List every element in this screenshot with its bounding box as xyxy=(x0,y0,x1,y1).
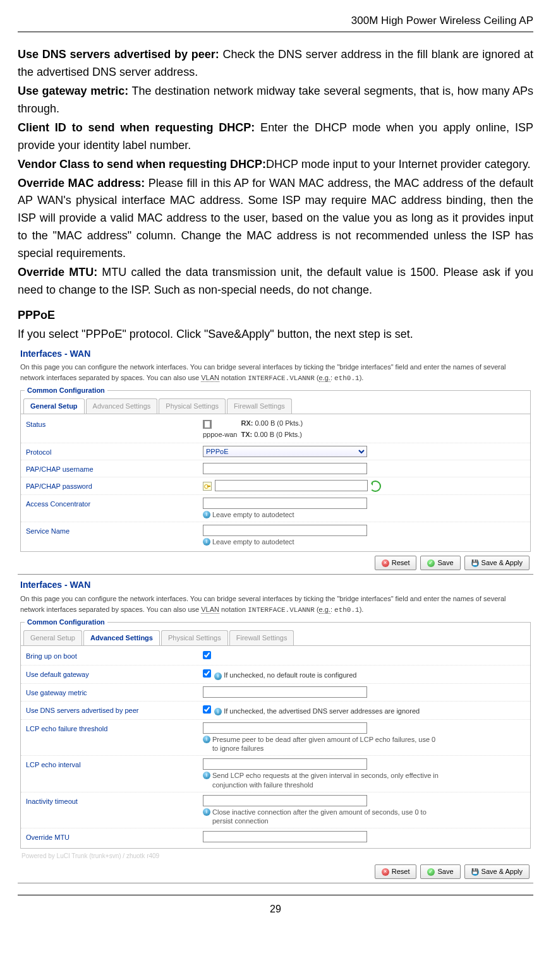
refresh-icon[interactable] xyxy=(370,481,381,492)
reset-icon: × xyxy=(382,559,389,567)
omtu-input[interactable] xyxy=(203,831,367,842)
info-icon: i xyxy=(203,736,210,743)
info-icon: i xyxy=(203,538,210,546)
row-default-gateway: Use default gateway i If unchecked, no d… xyxy=(21,666,530,684)
info-icon: i xyxy=(203,808,210,816)
fields-advanced: Bring up on boot Use default gateway i I… xyxy=(21,645,530,847)
tab-physical-settings[interactable]: Physical Settings xyxy=(161,630,228,645)
status-label: Status xyxy=(21,417,203,430)
button-bar: ×Reset ✓Save 💾Save & Apply xyxy=(19,861,532,880)
save-button[interactable]: ✓Save xyxy=(420,864,460,879)
row-password: PAP/CHAP password xyxy=(21,477,530,495)
page-header: 300M High Power Wireless Ceiling AP xyxy=(18,13,533,32)
info-icon: i xyxy=(203,511,210,518)
para-omac: Override MAC address: Please fill in thi… xyxy=(18,175,533,263)
status-traffic: RX: 0.00 B (0 Pkts.) TX: 0.00 B (0 Pkts.… xyxy=(241,418,303,439)
row-lcp-failure: LCP echo failure threshold iPresume peer… xyxy=(21,720,530,756)
username-label: PAP/CHAP username xyxy=(21,462,203,475)
panel-title: Interfaces - WAN xyxy=(20,347,532,361)
status-interface: pppoe-wan xyxy=(203,431,237,438)
para-vc-text: DHCP mode input to your Internet provide… xyxy=(266,158,531,170)
config-panel-general: Interfaces - WAN On this page you can co… xyxy=(18,345,533,575)
row-username: PAP/CHAP username xyxy=(21,460,530,477)
fields-general: Status pppoe-wan RX: 0.00 B (0 Pkts.) TX… xyxy=(21,414,530,551)
boot-checkbox[interactable] xyxy=(203,651,211,659)
save-icon: ✓ xyxy=(427,559,435,567)
para-omtu: Override MTU: MTU called the data transm… xyxy=(18,264,533,299)
row-override-mtu: Override MTU xyxy=(21,828,530,845)
tab-advanced-settings[interactable]: Advanced Settings xyxy=(86,398,158,414)
save-apply-button[interactable]: 💾Save & Apply xyxy=(464,864,530,879)
pppoe-heading: PPPoE xyxy=(18,307,533,325)
row-service-name: Service Name iLeave empty to autodetect xyxy=(21,522,530,549)
button-bar: ×Reset ✓Save 💾Save & Apply xyxy=(19,552,532,571)
tab-bar: General Setup Advanced Settings Physical… xyxy=(23,630,530,645)
config-panel-advanced: Interfaces - WAN On this page you can co… xyxy=(18,576,533,883)
ac-label: Access Concentrator xyxy=(21,496,203,510)
protocol-select[interactable]: PPPoE xyxy=(203,446,367,457)
para-omtu-bold: Override MTU: xyxy=(18,266,97,278)
row-bring-up-on-boot: Bring up on boot xyxy=(21,647,530,666)
para-vc-bold: Vendor Class to send when requesting DHC… xyxy=(18,158,266,170)
save-apply-icon: 💾 xyxy=(471,559,479,567)
lcpi-label: LCP echo interval xyxy=(21,757,203,770)
tab-firewall-settings[interactable]: Firewall Settings xyxy=(229,630,294,645)
tab-general-setup[interactable]: General Setup xyxy=(23,630,82,645)
save-apply-button[interactable]: 💾Save & Apply xyxy=(464,556,530,570)
row-gateway-metric: Use gateway metric xyxy=(21,684,530,701)
common-config-fieldset: Common Configuration General Setup Advan… xyxy=(20,385,531,552)
para-vc: Vendor Class to send when requesting DHC… xyxy=(18,156,533,174)
password-input[interactable] xyxy=(215,480,368,491)
para-dns: Use DNS servers advertised by peer: Chec… xyxy=(18,46,533,81)
defgw-checkbox[interactable] xyxy=(203,669,211,678)
defgw-label: Use default gateway xyxy=(21,667,203,680)
fieldset-legend: Common Configuration xyxy=(25,385,107,396)
row-access-concentrator: Access Concentrator iLeave empty to auto… xyxy=(21,495,530,522)
ac-input[interactable] xyxy=(203,498,367,509)
para-omac-bold: Override MAC address: xyxy=(18,177,145,189)
panel-description: On this page you can configure the netwo… xyxy=(20,594,532,616)
inact-input[interactable] xyxy=(203,795,367,806)
panel-title: Interfaces - WAN xyxy=(20,578,532,592)
defgw-hint: If unchecked, no default route is config… xyxy=(224,671,356,679)
lcpf-hint: iPresume peer to be dead after given amo… xyxy=(203,735,443,753)
pppoe-text: If you select "PPPoE" protocol. Click "S… xyxy=(18,326,533,344)
gwm-label: Use gateway metric xyxy=(21,685,203,698)
tab-bar: General Setup Advanced Settings Physical… xyxy=(23,398,530,414)
interface-icon xyxy=(203,420,212,429)
gwm-input[interactable] xyxy=(203,686,367,698)
tab-general-setup[interactable]: General Setup xyxy=(23,398,85,414)
para-gwm: Use gateway metric: The destination netw… xyxy=(18,83,533,118)
tab-advanced-settings[interactable]: Advanced Settings xyxy=(83,630,160,645)
sn-hint: iLeave empty to autodetect xyxy=(203,537,443,546)
username-input[interactable] xyxy=(203,463,367,474)
dns-label: Use DNS servers advertised by peer xyxy=(21,703,203,716)
row-dns-advertised: Use DNS servers advertised by peer i If … xyxy=(21,702,530,720)
page-number: 29 xyxy=(18,895,533,917)
row-protocol: Protocol PPPoE xyxy=(21,443,530,460)
para-cid-bold: Client ID to send when requesting DHCP: xyxy=(18,121,255,134)
row-status: Status pppoe-wan RX: 0.00 B (0 Pkts.) TX… xyxy=(21,415,530,443)
powered-by: Powered by LuCI Trunk (trunk+svn) / zhuo… xyxy=(19,849,532,861)
fieldset-legend: Common Configuration xyxy=(25,617,107,628)
lcpf-input[interactable] xyxy=(203,722,367,734)
row-inactivity-timeout: Inactivity timeout iClose inactive conne… xyxy=(21,792,530,829)
save-button[interactable]: ✓Save xyxy=(420,556,460,570)
key-icon xyxy=(203,482,212,491)
save-icon: ✓ xyxy=(427,868,435,876)
lcpi-input[interactable] xyxy=(203,758,367,770)
reset-button[interactable]: ×Reset xyxy=(375,556,417,570)
password-label: PAP/CHAP password xyxy=(21,479,203,492)
tab-firewall-settings[interactable]: Firewall Settings xyxy=(227,398,292,414)
row-lcp-interval: LCP echo interval iSend LCP echo request… xyxy=(21,756,530,792)
sn-input[interactable] xyxy=(203,525,367,536)
info-icon: i xyxy=(203,772,210,779)
ac-hint: iLeave empty to autodetect xyxy=(203,510,443,519)
reset-button[interactable]: ×Reset xyxy=(375,864,417,879)
dns-checkbox[interactable] xyxy=(203,705,211,714)
common-config-fieldset: Common Configuration General Setup Advan… xyxy=(20,617,531,848)
info-icon: i xyxy=(214,708,222,715)
save-apply-icon: 💾 xyxy=(471,868,479,876)
inact-label: Inactivity timeout xyxy=(21,794,203,807)
tab-physical-settings[interactable]: Physical Settings xyxy=(159,398,226,414)
